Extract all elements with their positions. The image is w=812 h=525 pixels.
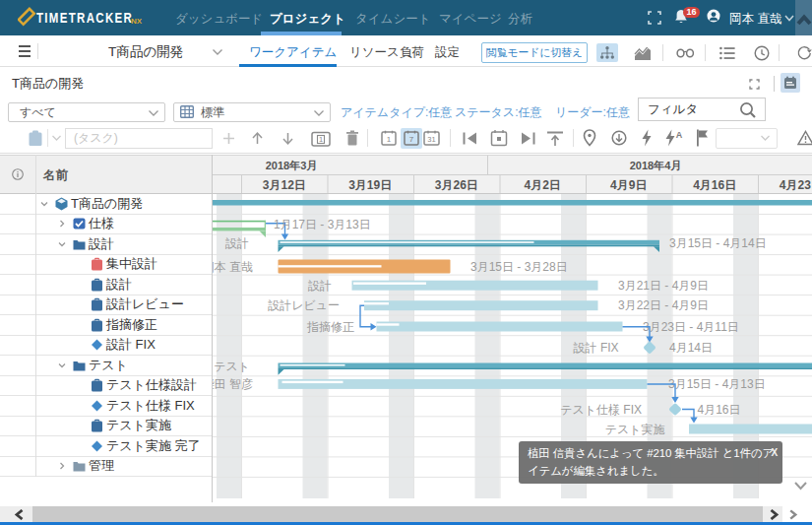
svg-text:テスト: テスト [214, 360, 250, 373]
svg-text:3月12日: 3月12日 [263, 178, 306, 192]
svg-text:3月15日 - 3月28日: 3月15日 - 3月28日 [470, 260, 568, 274]
svg-text:2018年4月: 2018年4月 [630, 160, 682, 171]
svg-text:3月23日 - 4月11日: 3月23日 - 4月11日 [643, 320, 739, 334]
svg-text:設計: 設計 [308, 279, 332, 293]
svg-text:1: 1 [387, 135, 392, 144]
svg-text:設計: 設計 [225, 236, 249, 250]
svg-text:3月22日 - 4月9日: 3月22日 - 4月9日 [618, 298, 709, 312]
svg-text:1月17日 - 3月13日: 1月17日 - 3月13日 [274, 218, 371, 231]
svg-text:2018年3月: 2018年3月 [266, 160, 318, 171]
svg-text:4月16日: 4月16日 [693, 178, 736, 192]
svg-text:3月15日 - 4月14日: 3月15日 - 4月14日 [669, 236, 767, 250]
svg-text:7: 7 [409, 135, 414, 144]
svg-text:4月14日: 4月14日 [669, 341, 713, 355]
svg-text:A: A [676, 130, 683, 140]
svg-text:31: 31 [427, 135, 435, 144]
svg-text:指摘修正: 指摘修正 [306, 320, 354, 334]
svg-text:1: 1 [319, 135, 323, 144]
svg-text:3月26日: 3月26日 [435, 178, 478, 192]
svg-text:柴田 智彦: 柴田 智彦 [213, 377, 253, 391]
svg-text:4月2日: 4月2日 [525, 178, 561, 192]
svg-text:テスト仕様 FIX: テスト仕様 FIX [560, 403, 642, 417]
svg-text:3月15日 - 4月13日: 3月15日 - 4月13日 [668, 377, 766, 391]
svg-text:4月9日: 4月9日 [610, 178, 647, 192]
svg-text:3月19日: 3月19日 [348, 178, 392, 192]
svg-text:4月23日: 4月23日 [780, 178, 812, 192]
svg-text:設計レビュー: 設計レビュー [268, 298, 340, 312]
svg-text:4月16日: 4月16日 [698, 403, 741, 417]
svg-text:3月21日 - 4月9日: 3月21日 - 4月9日 [618, 279, 709, 293]
svg-text:岡本 直哉: 岡本 直哉 [213, 260, 253, 274]
svg-text:テスト実施: テスト実施 [605, 423, 665, 436]
svg-text:設計 FIX: 設計 FIX [574, 341, 619, 355]
